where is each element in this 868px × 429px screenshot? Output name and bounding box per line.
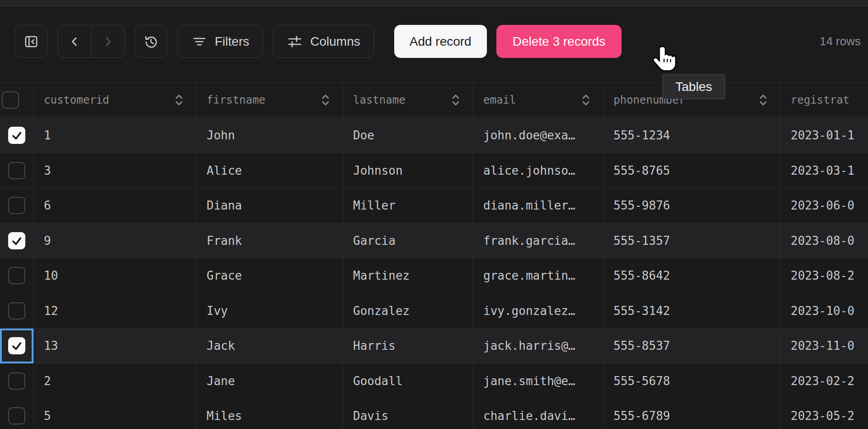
add-record-label: Add record <box>410 34 472 49</box>
cell-email[interactable]: ivy.gonzalez… <box>473 294 604 329</box>
row-select-cell <box>0 364 34 399</box>
cell-phonenumber[interactable]: 555-6789 <box>604 399 781 429</box>
cell-registrationdate[interactable]: 2023-05-2 <box>781 399 868 429</box>
cell-customerid[interactable]: 1 <box>34 118 197 153</box>
table-row: 3AliceJohnsonalice.johnso…555-87652023-0… <box>0 153 868 188</box>
cell-customerid[interactable]: 3 <box>34 153 197 188</box>
cell-customerid[interactable]: 5 <box>34 399 197 429</box>
cell-email[interactable]: jack.harris@… <box>473 329 604 363</box>
cell-phonenumber[interactable]: 555-8765 <box>604 153 781 188</box>
cell-lastname[interactable]: Goodall <box>343 364 473 399</box>
cell-firstname[interactable]: Diana <box>197 188 343 223</box>
cell-phonenumber[interactable]: 555-8642 <box>604 258 781 293</box>
cell-firstname[interactable]: Jack <box>197 329 343 363</box>
columns-button[interactable]: Columns <box>273 25 374 58</box>
cell-registrationdate[interactable]: 2023-06-0 <box>781 188 868 223</box>
cell-customerid[interactable]: 10 <box>34 258 197 293</box>
cell-firstname[interactable]: Jane <box>197 364 343 399</box>
row-select-cell <box>0 294 34 329</box>
cell-firstname[interactable]: Alice <box>197 153 343 188</box>
cell-lastname[interactable]: Martinez <box>343 258 473 293</box>
columns-button-label: Columns <box>310 34 360 49</box>
history-icon <box>142 33 160 50</box>
column-header-lastname[interactable]: lastname <box>343 83 473 117</box>
cell-firstname[interactable]: Ivy <box>197 294 343 329</box>
table-header-row: customeridfirstnamelastnameemailphonenum… <box>0 82 868 118</box>
row-checkbox[interactable] <box>8 267 25 284</box>
cell-customerid[interactable]: 13 <box>34 329 197 363</box>
toggle-sidebar-button[interactable] <box>14 25 47 58</box>
row-select-cell <box>0 118 34 153</box>
table-row: 5MilesDavischarlie.davi…555-67892023-05-… <box>0 398 868 429</box>
chevron-left-icon <box>68 35 81 48</box>
cell-registrationdate[interactable]: 2023-11-0 <box>781 329 868 363</box>
top-divider <box>0 0 868 6</box>
row-checkbox[interactable] <box>8 232 25 249</box>
filters-button[interactable]: Filters <box>177 25 263 58</box>
sliders-icon <box>287 33 303 50</box>
row-checkbox[interactable] <box>8 337 25 354</box>
cell-phonenumber[interactable]: 555-1234 <box>604 118 781 153</box>
column-header-firstname[interactable]: firstname <box>197 83 343 117</box>
cell-firstname[interactable]: Frank <box>197 224 343 258</box>
cell-registrationdate[interactable]: 2023-08-0 <box>781 224 868 258</box>
cell-phonenumber[interactable]: 555-9876 <box>604 188 781 223</box>
sort-icon <box>759 93 768 107</box>
cell-lastname[interactable]: Johnson <box>343 153 473 188</box>
history-button[interactable] <box>134 25 167 58</box>
cell-registrationdate[interactable]: 2023-01-1 <box>781 118 868 153</box>
row-checkbox[interactable] <box>8 372 25 390</box>
cell-email[interactable]: alice.johnso… <box>473 153 604 188</box>
table-row: 6DianaMillerdiana.miller…555-98762023-06… <box>0 188 868 223</box>
select-all-checkbox[interactable] <box>2 91 19 109</box>
column-header-label: lastname <box>353 94 406 106</box>
cell-firstname[interactable]: Grace <box>197 258 343 293</box>
sort-icon <box>175 93 184 107</box>
history-nav-group <box>57 25 125 58</box>
cell-registrationdate[interactable]: 2023-02-2 <box>781 364 868 399</box>
row-select-cell <box>0 188 34 223</box>
cell-lastname[interactable]: Harris <box>343 329 473 363</box>
table-row: 10GraceMartinezgrace.martin…555-86422023… <box>0 258 868 293</box>
cell-email[interactable]: jane.smith@e… <box>473 364 604 399</box>
cell-customerid[interactable]: 9 <box>34 224 197 258</box>
column-header-customerid[interactable]: customerid <box>34 83 197 117</box>
cell-registrationdate[interactable]: 2023-10-0 <box>781 294 868 329</box>
cell-lastname[interactable]: Doe <box>343 118 473 153</box>
filter-icon <box>191 33 208 50</box>
cell-lastname[interactable]: Miller <box>343 188 473 223</box>
row-checkbox[interactable] <box>8 162 25 179</box>
cell-email[interactable]: charlie.davi… <box>473 399 604 429</box>
cell-email[interactable]: frank.garcia… <box>473 224 604 258</box>
cell-email[interactable]: john.doe@exa… <box>473 118 604 153</box>
cell-lastname[interactable]: Davis <box>343 399 473 429</box>
row-checkbox[interactable] <box>8 407 25 424</box>
column-header-email[interactable]: email <box>473 83 604 117</box>
cell-phonenumber[interactable]: 555-3142 <box>604 294 781 329</box>
row-checkbox[interactable] <box>8 302 25 319</box>
cell-phonenumber[interactable]: 555-5678 <box>604 364 781 399</box>
column-header-registrationdate[interactable]: registrat <box>781 83 868 117</box>
cell-customerid[interactable]: 12 <box>34 294 197 329</box>
delete-records-button[interactable]: Delete 3 records <box>496 25 622 58</box>
cell-firstname[interactable]: John <box>197 118 343 153</box>
table-body: 1JohnDoejohn.doe@exa…555-12342023-01-13A… <box>0 118 868 429</box>
cell-registrationdate[interactable]: 2023-08-2 <box>781 258 868 293</box>
back-button[interactable] <box>58 25 92 57</box>
cell-email[interactable]: diana.miller… <box>473 188 604 223</box>
cell-phonenumber[interactable]: 555-1357 <box>604 224 781 258</box>
cell-registrationdate[interactable]: 2023-03-1 <box>781 153 868 188</box>
table-row: 1JohnDoejohn.doe@exa…555-12342023-01-1 <box>0 118 868 153</box>
cell-customerid[interactable]: 2 <box>34 364 197 399</box>
cell-lastname[interactable]: Gonzalez <box>343 294 473 329</box>
cell-firstname[interactable]: Miles <box>197 399 343 429</box>
cell-lastname[interactable]: Garcia <box>343 224 473 258</box>
cell-customerid[interactable]: 6 <box>34 188 197 223</box>
row-checkbox[interactable] <box>8 127 25 144</box>
row-checkbox[interactable] <box>8 197 25 214</box>
forward-button[interactable] <box>92 25 125 57</box>
add-record-button[interactable]: Add record <box>394 25 487 58</box>
sort-icon <box>581 93 590 107</box>
cell-email[interactable]: grace.martin… <box>473 258 604 293</box>
cell-phonenumber[interactable]: 555-8537 <box>604 329 781 363</box>
